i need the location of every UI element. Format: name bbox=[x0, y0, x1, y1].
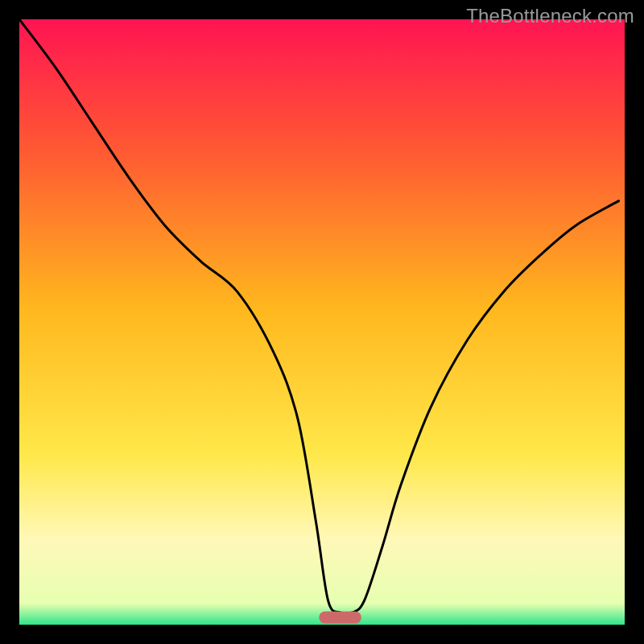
chart-svg bbox=[19, 19, 625, 625]
plot-area bbox=[19, 19, 625, 625]
watermark-text: TheBottleneck.com bbox=[466, 5, 634, 27]
chart-frame: TheBottleneck.com bbox=[0, 0, 644, 644]
optimal-range-marker bbox=[319, 611, 361, 623]
gradient-background bbox=[19, 19, 625, 625]
